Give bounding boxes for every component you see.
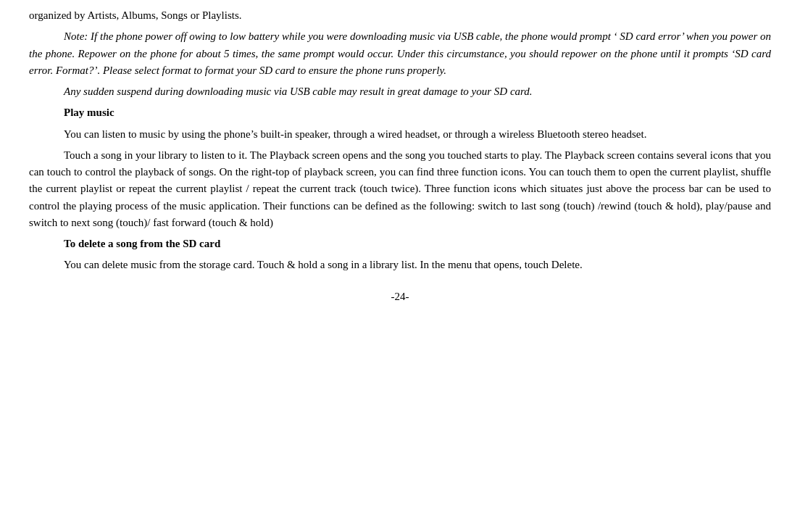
play-music-p1: You can listen to music by using the pho… bbox=[29, 126, 771, 143]
page-number: -24- bbox=[29, 288, 771, 305]
intro-text: organized by Artists, Albums, Songs or P… bbox=[29, 9, 242, 21]
content-area: organized by Artists, Albums, Songs or P… bbox=[29, 7, 771, 305]
delete-heading-container: To delete a song from the SD card bbox=[29, 236, 771, 252]
page-number-text: -24- bbox=[391, 291, 409, 302]
play-music-p1-text: You can listen to music by using the pho… bbox=[64, 128, 646, 140]
play-music-p2-text: Touch a song in your library to listen t… bbox=[29, 149, 771, 228]
note-text: Note: If the phone power off owing to lo… bbox=[29, 30, 771, 76]
intro-paragraph: organized by Artists, Albums, Songs or P… bbox=[29, 7, 771, 24]
play-music-heading: Play music bbox=[64, 107, 114, 118]
delete-paragraph: You can delete music from the storage ca… bbox=[29, 257, 771, 273]
play-music-p2: Touch a song in your library to listen t… bbox=[29, 147, 771, 231]
play-music-heading-container: Play music bbox=[29, 104, 771, 121]
delete-text: You can delete music from the storage ca… bbox=[64, 259, 583, 270]
page-container: organized by Artists, Albums, Songs or P… bbox=[0, 0, 800, 532]
warning-text: Any sudden suspend during downloading mu… bbox=[64, 86, 533, 97]
delete-heading: To delete a song from the SD card bbox=[64, 238, 220, 249]
note-paragraph: Note: If the phone power off owing to lo… bbox=[29, 28, 771, 79]
warning-paragraph: Any sudden suspend during downloading mu… bbox=[29, 83, 771, 100]
